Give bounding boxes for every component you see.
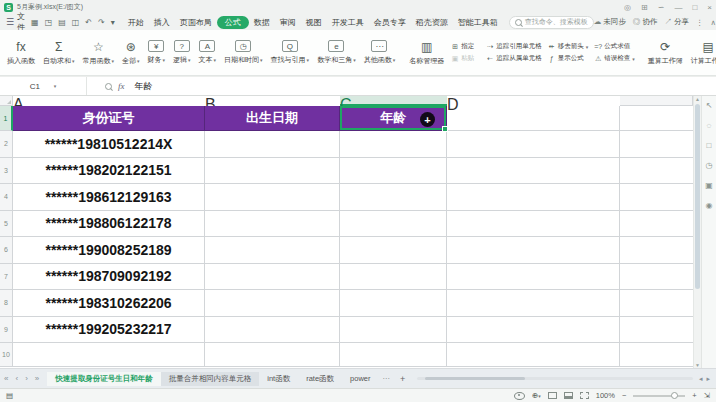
fullscreen-icon[interactable]: ⇲ bbox=[704, 391, 710, 400]
birthdate-cell[interactable] bbox=[205, 317, 340, 344]
quick-access-icon[interactable]: ◳ bbox=[45, 18, 53, 27]
window-control-icon[interactable]: ⊞ bbox=[641, 3, 648, 12]
sheet-tab[interactable]: power bbox=[342, 372, 378, 385]
column-header[interactable]: B bbox=[205, 96, 340, 106]
ribbon-button[interactable]: e 数学和三角▾ bbox=[313, 40, 360, 65]
error-checking-button[interactable]: ⚠ 错误检查 ▾ bbox=[594, 54, 635, 63]
quick-access-icon[interactable]: ◫ bbox=[72, 18, 80, 27]
side-panel-icon[interactable]: ▣ bbox=[705, 181, 713, 190]
calculate-button[interactable]: ⟳ 重算工作簿 bbox=[644, 40, 687, 66]
id-number-cell[interactable]: ******198806122178 bbox=[13, 211, 205, 238]
column-header[interactable]: A bbox=[13, 96, 205, 106]
calculate-button[interactable]: ▤ 计算工作表 bbox=[687, 40, 716, 66]
ribbon-tab[interactable]: 开发工具 bbox=[327, 16, 369, 29]
scroll-up-icon[interactable]: ▲ bbox=[695, 96, 700, 102]
age-cell[interactable] bbox=[340, 290, 447, 317]
horizontal-scrollbar[interactable] bbox=[417, 377, 693, 380]
id-number-cell[interactable]: ******198310262206 bbox=[13, 290, 205, 317]
birthdate-cell[interactable] bbox=[205, 211, 340, 238]
zoom-in-button[interactable]: + bbox=[692, 391, 696, 400]
empty-cell[interactable] bbox=[340, 343, 447, 367]
id-number-cell[interactable]: ******199205232217 bbox=[13, 317, 205, 344]
zoom-slider[interactable] bbox=[633, 395, 685, 397]
window-control-icon[interactable]: × bbox=[707, 3, 712, 12]
sheet-tab[interactable]: rate函数 bbox=[298, 372, 342, 386]
quick-access-icon[interactable]: ▦ bbox=[31, 18, 39, 27]
empty-cell[interactable] bbox=[620, 237, 693, 264]
more-sheets-icon[interactable]: ··· bbox=[383, 374, 391, 383]
empty-cell[interactable] bbox=[447, 158, 620, 185]
add-sheet-button[interactable]: + bbox=[400, 374, 405, 384]
age-cell[interactable] bbox=[340, 184, 447, 211]
collapse-ribbon-icon[interactable]: ∧ bbox=[711, 18, 716, 27]
row-header[interactable]: 9 bbox=[0, 317, 13, 344]
sheet-nav-icon[interactable]: › bbox=[25, 374, 28, 383]
menubar-right-item[interactable]: ◎ 协作 bbox=[633, 17, 658, 27]
birthdate-cell[interactable] bbox=[205, 237, 340, 264]
ribbon-button[interactable]: ◷ 日期和时间▾ bbox=[220, 40, 267, 65]
row-header[interactable]: 2 bbox=[0, 131, 13, 158]
empty-cell[interactable] bbox=[447, 317, 620, 344]
quick-access-icon[interactable]: ▾ bbox=[111, 18, 115, 27]
cell-A1[interactable]: 身份证号 bbox=[13, 106, 205, 131]
ribbon-tab[interactable]: 开始 bbox=[123, 16, 149, 29]
age-cell[interactable] bbox=[340, 317, 447, 344]
cell-B1[interactable]: 出生日期 bbox=[205, 106, 340, 131]
sheet-nav-icon[interactable]: ‹ bbox=[15, 374, 18, 383]
sheet-tab[interactable]: int函数 bbox=[259, 372, 298, 386]
assign-button[interactable]: ⊞ 指定 bbox=[451, 42, 474, 51]
formula-input[interactable]: 年龄 bbox=[135, 80, 153, 93]
empty-cell[interactable] bbox=[447, 131, 620, 158]
ribbon-button[interactable]: Q 查找与引用▾ bbox=[267, 40, 314, 65]
ribbon-button[interactable]: ☆ 常用函数▾ bbox=[79, 40, 119, 66]
empty-cell[interactable] bbox=[620, 343, 693, 367]
ribbon-button[interactable]: ⋯ 其他函数▾ bbox=[360, 40, 400, 65]
empty-cell[interactable] bbox=[620, 131, 693, 158]
menubar-right-item[interactable]: ↗ 分享 bbox=[664, 17, 689, 27]
window-control-icon[interactable]: — bbox=[674, 3, 682, 12]
id-number-cell[interactable]: ******198709092192 bbox=[13, 264, 205, 291]
age-cell[interactable] bbox=[340, 158, 447, 185]
ribbon-button[interactable]: A 文本▾ bbox=[195, 40, 221, 65]
ribbon-button[interactable]: ? 逻辑▾ bbox=[169, 40, 195, 65]
age-cell[interactable] bbox=[340, 264, 447, 291]
window-control-icon[interactable]: □ bbox=[692, 3, 697, 12]
sheet-nav-icon[interactable]: « bbox=[4, 374, 8, 383]
normal-view-icon[interactable] bbox=[548, 392, 557, 399]
empty-cell[interactable] bbox=[447, 290, 620, 317]
row-header[interactable]: 10 bbox=[0, 343, 13, 367]
trace-precedents-button[interactable]: ⇢ 追踪引用单元格 bbox=[486, 42, 542, 51]
empty-cell[interactable] bbox=[447, 211, 620, 238]
zoom-slider-knob[interactable] bbox=[671, 392, 678, 399]
window-control-icon[interactable]: ∽ bbox=[658, 3, 665, 12]
empty-cell[interactable] bbox=[447, 237, 620, 264]
empty-cell[interactable] bbox=[13, 343, 205, 367]
menubar-right-item[interactable]: ☁ 未同步 bbox=[594, 17, 626, 27]
show-formulas-button[interactable]: ƒ 显示公式 bbox=[548, 54, 589, 63]
id-number-cell[interactable]: ******198612129163 bbox=[13, 184, 205, 211]
remove-arrows-button[interactable]: ⇷ 移去箭头 ▾ bbox=[548, 42, 589, 51]
birthdate-cell[interactable] bbox=[205, 290, 340, 317]
row-header[interactable]: 3 bbox=[0, 158, 13, 185]
ribbon-tab[interactable]: 智能工具箱 bbox=[453, 16, 503, 29]
row-header[interactable]: 4 bbox=[0, 184, 13, 211]
ribbon-tab[interactable]: 公式 bbox=[217, 16, 249, 29]
hamburger-icon[interactable]: ☰ bbox=[6, 17, 14, 27]
side-panel-icon[interactable]: ◷ bbox=[706, 161, 713, 170]
quick-access-icon[interactable]: ↶ bbox=[85, 18, 92, 27]
status-grid-icon[interactable]: ▤ bbox=[6, 391, 13, 400]
sync-status[interactable]: ☁ 未同步◎ 协作↗ 分享 bbox=[594, 17, 689, 27]
age-cell[interactable] bbox=[340, 237, 447, 264]
scroll-right-icon[interactable]: ▸ bbox=[706, 375, 710, 383]
empty-cell[interactable] bbox=[447, 184, 620, 211]
empty-cell[interactable] bbox=[205, 343, 340, 367]
row-header[interactable]: 1 bbox=[0, 106, 13, 131]
vertical-scrollbar[interactable]: ▲ ▼ bbox=[693, 96, 701, 368]
empty-cell[interactable] bbox=[620, 290, 693, 317]
ribbon-tab[interactable]: 数据 bbox=[249, 16, 275, 29]
scroll-left-icon[interactable]: ◂ bbox=[699, 375, 703, 383]
reading-mode-icon[interactable]: ⊕▾ bbox=[532, 391, 541, 400]
side-panel-icon[interactable]: ◉ bbox=[706, 201, 713, 210]
horizontal-scrollbar-thumb[interactable] bbox=[425, 377, 525, 380]
empty-cell[interactable] bbox=[447, 264, 620, 291]
